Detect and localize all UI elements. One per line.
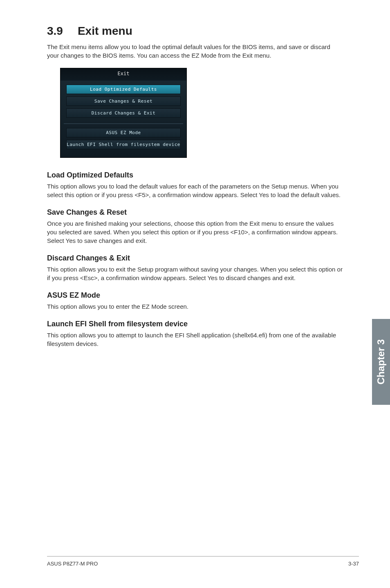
- section-heading-discard-exit: Discard Changes & Exit: [47, 254, 343, 263]
- intro-paragraph: The Exit menu items allow you to load th…: [47, 43, 343, 60]
- section-heading-save-reset: Save Changes & Reset: [47, 208, 343, 217]
- section-title: Exit menu: [78, 25, 132, 37]
- section-body-launch-efi: This option allows you to attempt to lau…: [47, 331, 343, 348]
- bios-ez-mode-button[interactable]: ASUS EZ Mode: [66, 128, 181, 137]
- bios-body: Load Optimized Defaults Save Changes & R…: [61, 81, 186, 149]
- bios-exit-screenshot: Exit Load Optimized Defaults Save Change…: [60, 68, 187, 158]
- bios-load-defaults-button[interactable]: Load Optimized Defaults: [66, 85, 181, 94]
- section-body-discard-exit: This option allows you to exit the Setup…: [47, 265, 343, 282]
- bios-launch-efi-button[interactable]: Launch EFI Shell from filesystem device: [66, 140, 181, 149]
- bios-header: Exit: [61, 68, 186, 81]
- section-heading-load-defaults: Load Optimized Defaults: [47, 171, 343, 180]
- footer-page-number: 3-37: [348, 561, 359, 567]
- bios-save-reset-button[interactable]: Save Changes & Reset: [66, 97, 181, 106]
- bios-discard-exit-button[interactable]: Discard Changes & Exit: [66, 108, 181, 118]
- chapter-tab-label: Chapter 3: [375, 339, 387, 385]
- section-body-load-defaults: This option allows you to load the defau…: [47, 182, 343, 199]
- section-body-ez-mode: This option allows you to enter the EZ M…: [47, 302, 343, 311]
- bios-divider: [64, 123, 183, 124]
- section-heading-ez-mode: ASUS EZ Mode: [47, 291, 343, 300]
- page-footer: ASUS P8Z77-M PRO 3-37: [47, 556, 359, 567]
- section-body-save-reset: Once you are finished making your select…: [47, 219, 343, 245]
- page-heading: 3.9Exit menu: [47, 25, 343, 38]
- chapter-tab: Chapter 3: [372, 319, 390, 405]
- section-number: 3.9: [47, 25, 63, 38]
- section-heading-launch-efi: Launch EFI Shell from filesystem device: [47, 320, 343, 328]
- footer-product: ASUS P8Z77-M PRO: [47, 561, 98, 567]
